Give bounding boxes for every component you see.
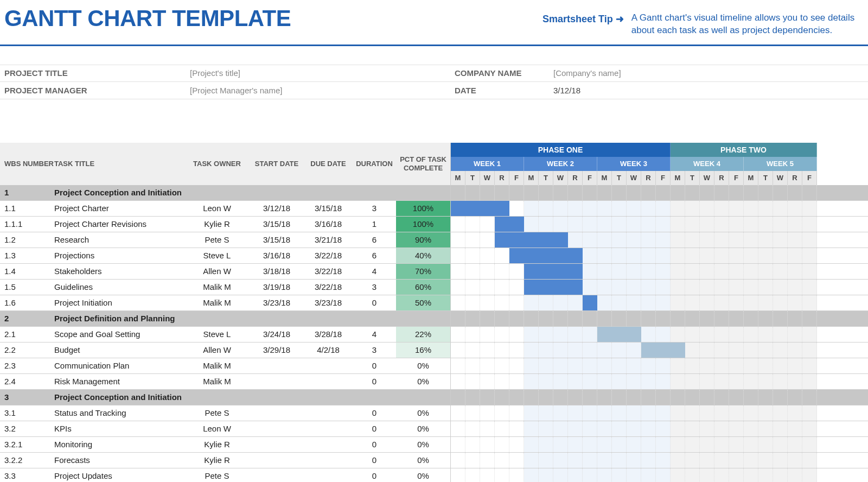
gantt-cell[interactable] — [495, 358, 509, 373]
gantt-cell[interactable] — [612, 453, 627, 468]
cell-duration[interactable]: 3 — [353, 204, 396, 213]
gantt-cell[interactable] — [597, 390, 612, 405]
cell-pct[interactable]: 0% — [396, 358, 450, 373]
gantt-cell[interactable] — [641, 232, 656, 248]
gantt-cell[interactable] — [524, 421, 539, 436]
gantt-cell[interactable] — [553, 311, 568, 326]
cell-start[interactable]: 3/18/18 — [250, 267, 304, 276]
gantt-cell[interactable] — [568, 217, 583, 232]
gantt-cell[interactable] — [685, 405, 700, 421]
gantt-cell[interactable] — [700, 201, 714, 216]
gantt-cell[interactable] — [802, 437, 817, 452]
gantt-cell[interactable] — [612, 295, 627, 310]
gantt-cell[interactable] — [509, 311, 524, 326]
cell-duration[interactable]: 4 — [353, 329, 396, 339]
gantt-cell[interactable] — [465, 232, 480, 248]
cell-start[interactable]: 3/19/18 — [250, 282, 304, 291]
gantt-cell[interactable] — [495, 437, 509, 452]
cell-owner[interactable]: Malik M — [184, 377, 250, 386]
gantt-cell[interactable] — [758, 264, 773, 279]
gantt-cell[interactable] — [773, 264, 788, 279]
gantt-cell[interactable] — [758, 311, 773, 326]
gantt-cell[interactable] — [495, 185, 509, 200]
meta-value[interactable]: [Project's title] — [190, 68, 240, 78]
gantt-cell[interactable] — [451, 311, 465, 326]
gantt-cell[interactable] — [773, 405, 788, 421]
gantt-cell[interactable] — [597, 280, 612, 295]
gantt-cell[interactable] — [451, 248, 465, 263]
gantt-cell[interactable] — [597, 405, 612, 421]
gantt-cell[interactable] — [627, 405, 641, 421]
gantt-cell[interactable] — [553, 358, 568, 373]
cell-owner[interactable]: Kylie R — [184, 455, 250, 465]
gantt-cell[interactable] — [758, 468, 773, 482]
gantt-cell[interactable] — [714, 453, 729, 468]
gantt-cell[interactable] — [553, 374, 568, 389]
gantt-cell[interactable] — [773, 437, 788, 452]
gantt-cell[interactable] — [465, 280, 480, 295]
cell-due[interactable]: 3/16/18 — [304, 219, 353, 229]
gantt-cell[interactable] — [539, 264, 553, 279]
gantt-cell[interactable] — [758, 390, 773, 405]
gantt-cell[interactable] — [671, 405, 685, 421]
gantt-cell[interactable] — [700, 421, 714, 436]
meta-value[interactable]: [Project Manager's name] — [190, 86, 282, 95]
gantt-cell[interactable] — [714, 232, 729, 248]
gantt-cell[interactable] — [788, 374, 802, 389]
gantt-cell[interactable] — [788, 295, 802, 310]
gantt-cell[interactable] — [671, 280, 685, 295]
gantt-cell[interactable] — [539, 185, 553, 200]
gantt-cell[interactable] — [744, 232, 758, 248]
gantt-cell[interactable] — [553, 327, 568, 342]
gantt-cell[interactable] — [729, 343, 744, 358]
gantt-cell[interactable] — [788, 358, 802, 373]
gantt-cell[interactable] — [583, 468, 597, 482]
gantt-cell[interactable] — [451, 343, 465, 358]
cell-pct[interactable]: 60% — [396, 280, 450, 295]
cell-pct[interactable]: 100% — [396, 217, 450, 232]
gantt-cell[interactable] — [465, 358, 480, 373]
cell-wbs[interactable]: 1.6 — [0, 298, 54, 307]
gantt-cell[interactable] — [539, 201, 553, 216]
gantt-cell[interactable] — [509, 201, 524, 216]
gantt-cell[interactable] — [671, 217, 685, 232]
gantt-cell[interactable] — [773, 311, 788, 326]
cell-wbs[interactable]: 2.3 — [0, 361, 54, 370]
gantt-cell[interactable] — [700, 280, 714, 295]
gantt-cell[interactable] — [685, 421, 700, 436]
gantt-cell[interactable] — [539, 295, 553, 310]
gantt-cell[interactable] — [583, 217, 597, 232]
gantt-cell[interactable] — [509, 248, 524, 263]
gantt-cell[interactable] — [553, 185, 568, 200]
cell-start[interactable]: 3/15/18 — [250, 219, 304, 229]
gantt-cell[interactable] — [641, 201, 656, 216]
gantt-cell[interactable] — [553, 437, 568, 452]
cell-duration[interactable]: 0 — [353, 455, 396, 465]
task-row[interactable]: 1.1.1Project Charter RevisionsKylie R3/1… — [0, 217, 450, 232]
gantt-cell[interactable] — [553, 295, 568, 310]
gantt-cell[interactable] — [583, 311, 597, 326]
gantt-cell[interactable] — [451, 358, 465, 373]
cell-duration[interactable]: 0 — [353, 440, 396, 449]
gantt-cell[interactable] — [495, 468, 509, 482]
meta-value[interactable]: [Company's name] — [553, 68, 621, 78]
gantt-cell[interactable] — [553, 201, 568, 216]
gantt-cell[interactable] — [539, 343, 553, 358]
gantt-cell[interactable] — [729, 232, 744, 248]
gantt-cell[interactable] — [495, 453, 509, 468]
cell-owner[interactable]: Kylie R — [184, 440, 250, 449]
task-row[interactable]: 3.1Status and TrackingPete S00% — [0, 405, 450, 421]
gantt-cell[interactable] — [597, 201, 612, 216]
gantt-cell[interactable] — [802, 232, 817, 248]
gantt-cell[interactable] — [553, 217, 568, 232]
gantt-cell[interactable] — [583, 201, 597, 216]
gantt-cell[interactable] — [509, 295, 524, 310]
cell-title[interactable]: Scope and Goal Setting — [54, 329, 184, 339]
cell-start[interactable]: 3/16/18 — [250, 251, 304, 260]
gantt-cell[interactable] — [773, 295, 788, 310]
gantt-cell[interactable] — [495, 217, 509, 232]
gantt-cell[interactable] — [788, 390, 802, 405]
gantt-cell[interactable] — [758, 295, 773, 310]
cell-wbs[interactable]: 3 — [0, 392, 54, 402]
gantt-cell[interactable] — [685, 468, 700, 482]
